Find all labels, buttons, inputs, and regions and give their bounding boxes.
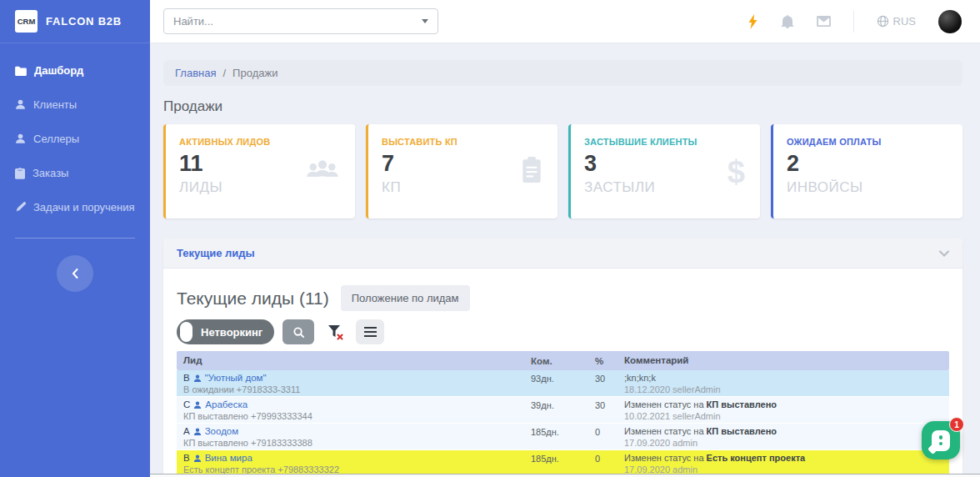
sidebar-item-label: Селлеры xyxy=(33,133,79,145)
lead-days: 39дн. xyxy=(524,399,588,420)
lead-status-phone: КП выставлено +79993333344 xyxy=(183,411,524,422)
chevron-down-icon[interactable] xyxy=(939,250,949,257)
dollar-icon: $ xyxy=(728,156,745,188)
lead-grade-letter: B xyxy=(183,373,190,384)
sidebar-nav: Дашборд Клиенты Селлеры Заказы Задачи и … xyxy=(0,43,150,224)
topbar: Найти... RUS xyxy=(150,0,980,43)
sidebar-collapse-button[interactable] xyxy=(57,255,93,292)
breadcrumb: Главная / Продажи xyxy=(163,60,962,86)
stat-sublabel: ЗАСТЫЛИ xyxy=(584,179,747,196)
viewport-bottom-edge xyxy=(150,474,980,477)
sidebar-item-label: Дашборд xyxy=(34,64,83,77)
current-leads-panel: Текущие лиды Текущие лиды (11) Положение… xyxy=(163,238,962,477)
lead-name-link[interactable]: Зоодом xyxy=(205,426,239,437)
sidebar-item-tasks[interactable]: Задачи и поручения xyxy=(0,190,150,224)
pen-icon xyxy=(15,202,26,213)
topbar-divider xyxy=(853,11,854,33)
toggle-knob xyxy=(180,322,192,342)
table-menu-button[interactable] xyxy=(356,319,384,344)
leads-controls: Нетворкинг xyxy=(177,319,949,344)
table-row[interactable]: C Арабеска КП выставлено +79993333344 39… xyxy=(177,397,949,424)
stat-card-awaiting-payment[interactable]: ОЖИДАЕМ ОПЛАТЫ 2 ИНВОЙСЫ xyxy=(771,124,962,218)
brand-logo[interactable]: CRM FALCON B2B xyxy=(0,0,150,43)
language-selector[interactable]: RUS xyxy=(877,15,916,28)
lead-days: 185дн. xyxy=(524,453,588,474)
stat-title: АКТИВНЫХ ЛИДОВ xyxy=(179,137,342,147)
comment-meta: 10.02.2021 sellerAdmin xyxy=(624,411,942,422)
search-input[interactable]: Найти... xyxy=(163,8,438,34)
column-header-lead: Лид xyxy=(177,355,524,366)
toggle-label: Нетворкинг xyxy=(201,326,262,339)
person-icon xyxy=(193,428,202,436)
column-header-comment: Комментарий xyxy=(618,355,949,366)
lead-percent: 0 xyxy=(588,453,618,474)
sidebar-item-label: Клиенты xyxy=(33,98,77,111)
filter-remove-icon xyxy=(328,324,343,340)
user-icon xyxy=(15,133,26,144)
stat-title: ОЖИДАЕМ ОПЛАТЫ xyxy=(787,137,949,147)
leads-table: Лид Ком. % Комментарий B "Уютный дом" В … xyxy=(177,351,949,477)
table-row[interactable]: A Зоодом КП выставлено +79183333388 185д… xyxy=(177,424,949,450)
menu-icon xyxy=(364,327,377,329)
comment-meta: 18.12.2020 sellerAdmin xyxy=(624,384,942,395)
clear-filter-button[interactable] xyxy=(322,319,348,344)
stat-sublabel: ИНВОЙСЫ xyxy=(787,179,949,196)
users-icon xyxy=(305,158,340,186)
sidebar-item-label: Заказы xyxy=(32,167,68,179)
leads-heading: Текущие лиды (11) xyxy=(177,289,329,309)
sidebar-item-label: Задачи и поручения xyxy=(33,201,134,213)
breadcrumb-current: Продажи xyxy=(232,67,278,79)
stat-cards: АКТИВНЫХ ЛИДОВ 11 ЛИДЫ ВЫСТАВИТЬ КП 7 КП… xyxy=(163,124,962,218)
stat-card-stalled-clients[interactable]: ЗАСТЫВШИЕ КЛИЕНТЫ 3 ЗАСТЫЛИ $ xyxy=(568,124,760,218)
quick-actions-button[interactable] xyxy=(748,14,758,29)
sidebar-item-orders[interactable]: Заказы xyxy=(0,156,150,190)
lead-grade-letter: B xyxy=(183,453,190,464)
lead-name-link[interactable]: "Уютный дом" xyxy=(205,373,267,384)
column-header-percent: % xyxy=(588,355,618,366)
lightning-icon xyxy=(748,14,758,29)
lead-grade-letter: A xyxy=(183,426,190,437)
panel-header: Текущие лиды xyxy=(163,238,962,269)
stat-card-quotes[interactable]: ВЫСТАВИТЬ КП 7 КП xyxy=(366,124,558,218)
lead-status-phone: В ожидании +7918333-3311 xyxy=(183,384,524,395)
search-placeholder: Найти... xyxy=(173,15,213,28)
envelope-icon xyxy=(817,16,831,27)
stat-card-active-leads[interactable]: АКТИВНЫХ ЛИДОВ 11 ЛИДЫ xyxy=(163,124,355,218)
column-header-days: Ком. xyxy=(524,355,588,366)
user-avatar[interactable] xyxy=(938,10,962,33)
lead-status-phone: КП выставлено +79183333388 xyxy=(183,438,524,449)
leads-position-button[interactable]: Положение по лидам xyxy=(341,285,470,311)
stat-title: ВЫСТАВИТЬ КП xyxy=(382,137,544,147)
notifications-button[interactable] xyxy=(781,15,794,28)
sidebar-item-dashboard[interactable]: Дашборд xyxy=(0,53,150,88)
lead-name-link[interactable]: Вина мира xyxy=(205,453,252,464)
comment-text: ;kn;kn;k xyxy=(624,373,942,384)
person-icon xyxy=(193,374,202,383)
crm-app: CRM FALCON B2B Дашборд Клиенты Селлеры З… xyxy=(0,0,980,477)
chevron-down-icon xyxy=(422,19,428,23)
sidebar: CRM FALCON B2B Дашборд Клиенты Селлеры З… xyxy=(0,0,150,477)
stat-value: 2 xyxy=(787,153,949,175)
crm-logo-icon: CRM xyxy=(15,10,38,33)
sidebar-item-sellers[interactable]: Селлеры xyxy=(0,122,150,156)
chat-widget-button[interactable]: 1 xyxy=(922,421,960,459)
lead-name-link[interactable]: Арабеска xyxy=(205,399,248,410)
leads-heading-row: Текущие лиды (11) Положение по лидам xyxy=(177,285,949,311)
panel-body: Текущие лиды (11) Положение по лидам Нет… xyxy=(163,269,962,477)
networking-toggle[interactable]: Нетворкинг xyxy=(177,319,274,344)
topbar-actions: RUS xyxy=(748,10,962,33)
bell-icon xyxy=(781,15,794,28)
page-title: Продажи xyxy=(163,98,962,115)
clipboard-icon xyxy=(521,157,542,187)
lead-days: 185дн. xyxy=(524,426,588,447)
person-icon xyxy=(193,401,202,409)
sidebar-item-clients[interactable]: Клиенты xyxy=(0,88,150,122)
brand-name: FALCON B2B xyxy=(46,15,122,28)
table-row[interactable]: B "Уютный дом" В ожидании +7918333-3311 … xyxy=(177,370,949,397)
comment-text: Изменен статус на КП выставлено xyxy=(624,426,942,437)
dashboard-icon xyxy=(15,66,27,76)
table-search-button[interactable] xyxy=(282,319,314,344)
messages-button[interactable] xyxy=(817,16,831,27)
comment-meta: 17.09.2020 admin xyxy=(624,438,942,449)
breadcrumb-home-link[interactable]: Главная xyxy=(175,67,216,79)
